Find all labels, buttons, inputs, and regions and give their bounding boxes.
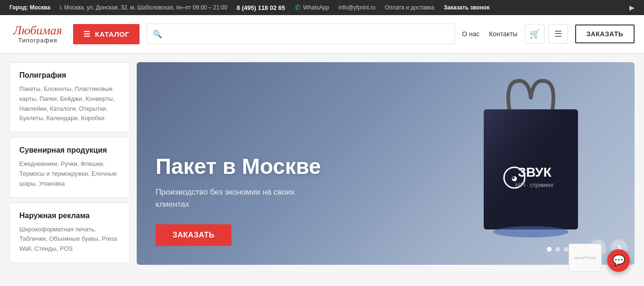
header-nav: О нас Контакты bbox=[462, 30, 518, 38]
city-label: Город: Москва bbox=[9, 4, 50, 11]
menu-icon: ☰ bbox=[554, 29, 562, 39]
main-content: Полиграфия Пакеты, Блокноты, Пластиковые… bbox=[0, 53, 644, 265]
sidebar-souvenirs-desc: Ежедневники, Ручки, Флешки, Термосы и те… bbox=[19, 159, 120, 188]
svg-text:HiFi · стриминг: HiFi · стриминг bbox=[515, 182, 554, 188]
sidebar-outdoor-title: Наружная реклама bbox=[19, 212, 120, 220]
svg-text:◕: ◕ bbox=[512, 174, 517, 182]
hamburger-icon: ☰ bbox=[83, 30, 91, 39]
sidebar-outdoor-desc: Широкоформатная печать, Таблички, Объемн… bbox=[19, 225, 120, 254]
recaptcha-badge: reCAPTCHA bbox=[569, 244, 602, 265]
whatsapp-label: WhatsApp bbox=[303, 4, 329, 11]
search-input[interactable] bbox=[166, 30, 449, 38]
whatsapp-icon: ✆ bbox=[295, 3, 301, 12]
hero-content: Пакет в Москве Производство без экономии… bbox=[156, 155, 321, 246]
chat-icon: 💬 bbox=[612, 254, 625, 265]
dot-2[interactable] bbox=[555, 247, 560, 252]
hero-order-button[interactable]: ЗАКАЗАТЬ bbox=[156, 224, 231, 246]
bag-illustration: ◕ ЗВУК HiFi · стриминг bbox=[455, 72, 606, 255]
cart-icon: 🛒 bbox=[529, 29, 540, 39]
sidebar: Полиграфия Пакеты, Блокноты, Пластиковые… bbox=[9, 62, 130, 265]
order-button[interactable]: ЗАКАЗАТЬ bbox=[575, 25, 635, 43]
header: Любимая Типография ☰ КАТАЛОГ 🔍 О нас Кон… bbox=[0, 15, 644, 53]
callback-link[interactable]: Заказать звонок bbox=[444, 4, 489, 11]
hero-subtitle: Производство без экономии на своих клиен… bbox=[156, 186, 306, 210]
search-icon: 🔍 bbox=[153, 30, 162, 39]
sidebar-souvenirs-title: Сувенирная продукция bbox=[19, 146, 120, 155]
phone-number[interactable]: 8 (495) 118 02 65 bbox=[237, 4, 285, 11]
hero-title: Пакет в Москве bbox=[156, 155, 321, 179]
header-icons: 🛒 ☰ bbox=[525, 24, 568, 44]
delivery-link[interactable]: Оплата и доставка bbox=[385, 4, 434, 11]
logo-sub-text: Типография bbox=[18, 37, 57, 44]
search-bar: 🔍 bbox=[147, 24, 455, 44]
logo[interactable]: Любимая Типография bbox=[9, 25, 66, 44]
svg-point-6 bbox=[493, 226, 569, 237]
nav-contacts[interactable]: Контакты bbox=[489, 30, 517, 38]
sidebar-card-polygraphy[interactable]: Полиграфия Пакеты, Блокноты, Пластиковые… bbox=[9, 62, 130, 132]
menu-button[interactable]: ☰ bbox=[548, 24, 568, 44]
sidebar-polygraphy-title: Полиграфия bbox=[19, 71, 120, 80]
sidebar-polygraphy-desc: Пакеты, Блокноты, Пластиковые карты, Пап… bbox=[19, 84, 120, 123]
sidebar-card-outdoor[interactable]: Наружная реклама Широкоформатная печать,… bbox=[9, 203, 130, 263]
catalog-button[interactable]: ☰ КАТАЛОГ bbox=[73, 24, 140, 44]
logo-main-text: Любимая bbox=[13, 25, 62, 37]
dot-3[interactable] bbox=[564, 247, 569, 252]
carousel-dots bbox=[547, 247, 569, 252]
address: г. Москва, ул. Донская, 32, м. Шаболовск… bbox=[60, 4, 227, 11]
email-address[interactable]: info@yfprint.ru bbox=[339, 4, 375, 11]
svg-text:ЗВУК: ЗВУК bbox=[518, 165, 552, 180]
whatsapp-link[interactable]: ✆ WhatsApp bbox=[295, 3, 329, 12]
youtube-icon[interactable]: ▶ bbox=[629, 4, 635, 11]
hero-banner: ◕ ЗВУК HiFi · стриминг Пакет в Москве Пр… bbox=[137, 62, 635, 265]
sidebar-card-souvenirs[interactable]: Сувенирная продукция Ежедневники, Ручки,… bbox=[9, 137, 130, 197]
dot-1[interactable] bbox=[547, 247, 552, 252]
top-bar: Город: Москва г. Москва, ул. Донская, 32… bbox=[0, 0, 644, 15]
nav-about[interactable]: О нас bbox=[462, 30, 479, 38]
catalog-label: КАТАЛОГ bbox=[95, 30, 130, 38]
cart-button[interactable]: 🛒 bbox=[525, 24, 545, 44]
recaptcha-text: reCAPTCHA bbox=[574, 256, 595, 260]
